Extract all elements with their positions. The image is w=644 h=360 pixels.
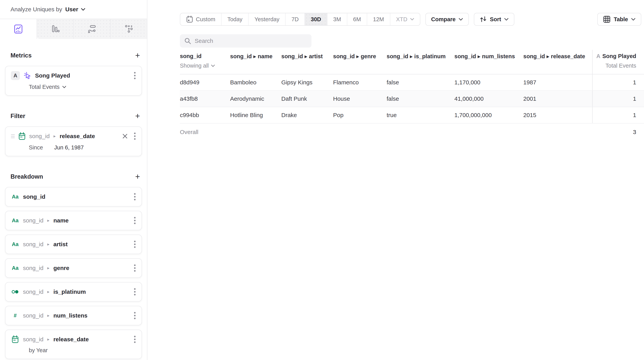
- kebab-icon: [134, 288, 136, 296]
- date-range-30d-active[interactable]: 30D: [305, 13, 327, 25]
- breakdown-property-name: num_listens: [53, 312, 88, 319]
- column-header-is-platinum[interactable]: song_id ▸ is_platinum: [387, 50, 454, 74]
- filter-property-name: release_date: [60, 133, 95, 140]
- entity-selector[interactable]: User: [65, 6, 85, 13]
- table-row[interactable]: d8d949 Bamboleo Gipsy Kings Flamenco fal…: [180, 74, 644, 91]
- breakdown-property-name: is_platinum: [53, 288, 86, 295]
- table-cell: Bamboleo: [230, 74, 281, 90]
- breakdown-property-name: name: [53, 217, 68, 224]
- app-root: Analyze Uniques by User: [0, 0, 644, 360]
- table-cell: d8d949: [180, 74, 230, 90]
- kebab-icon: [134, 240, 136, 248]
- tab-flows[interactable]: [74, 19, 110, 39]
- breakdown-property-parent: song_id: [23, 265, 44, 271]
- chevron-down-icon: [62, 86, 66, 89]
- breakdown-item-artist[interactable]: Aa song_id ▸ artist: [5, 235, 142, 254]
- tab-insights[interactable]: [0, 19, 36, 39]
- view-type-label: Table: [614, 16, 628, 23]
- date-range-3m[interactable]: 3M: [328, 13, 347, 25]
- breakdown-item-name[interactable]: Aa song_id ▸ name: [5, 211, 142, 230]
- column-header-release-date[interactable]: song_id ▸ release_date: [523, 50, 592, 74]
- breakdown-kebab-menu[interactable]: [134, 335, 136, 343]
- insights-chart-icon: [14, 24, 22, 34]
- funnels-bars-icon: [51, 25, 60, 34]
- add-breakdown-button[interactable]: +: [134, 173, 141, 181]
- chevron-down-icon: [410, 18, 414, 21]
- breakdown-item-release-date[interactable]: song_id ▸ release_date by Year: [5, 330, 142, 359]
- table-cell: Daft Punk: [281, 91, 333, 107]
- kebab-icon: [134, 217, 136, 224]
- metric-kebab-menu[interactable]: [134, 72, 136, 80]
- retention-dots-icon: [124, 25, 133, 34]
- table-row[interactable]: c994bb Hotline Bling Drake Pop true 1,70…: [180, 107, 644, 124]
- kebab-icon: [134, 312, 136, 319]
- aggregation-selector[interactable]: Total Events: [11, 84, 136, 90]
- kebab-icon: [134, 335, 136, 343]
- report-type-tabs: [0, 19, 147, 39]
- breakdown-item-num-listens[interactable]: # song_id ▸ num_listens: [5, 306, 142, 325]
- showing-all-selector[interactable]: Showing all: [180, 63, 230, 69]
- sidebar-header: Analyze Uniques by User: [0, 0, 147, 19]
- add-filter-button[interactable]: +: [134, 112, 141, 120]
- breakdown-kebab-menu[interactable]: [134, 193, 136, 201]
- table-row[interactable]: a43fb8 Aerodynamic Daft Punk House false…: [180, 91, 644, 107]
- table-grid-icon: [603, 16, 610, 23]
- table-search[interactable]: [180, 34, 312, 48]
- drag-handle-icon[interactable]: [11, 134, 15, 138]
- chevron-down-icon: [631, 18, 636, 21]
- breakdown-item-genre[interactable]: Aa song_id ▸ genre: [5, 258, 142, 278]
- column-header-name[interactable]: song_id ▸ name: [230, 50, 281, 74]
- column-header-num-listens[interactable]: song_id ▸ num_listens: [454, 50, 523, 74]
- metric-series-badge: A: [11, 71, 20, 80]
- table-cell: Hotline Bling: [230, 107, 281, 123]
- filter-condition[interactable]: Since Jun 6, 1987: [11, 144, 136, 151]
- date-range-6m[interactable]: 6M: [347, 13, 367, 25]
- table-cell: c994bb: [180, 107, 230, 123]
- date-range-12m[interactable]: 12M: [367, 13, 390, 25]
- breakdown-item-song-id[interactable]: Aa song_id: [5, 187, 142, 206]
- filter-kebab-menu[interactable]: [134, 132, 136, 140]
- breakdown-kebab-menu[interactable]: [134, 264, 136, 272]
- date-range-yesterday[interactable]: Yesterday: [248, 13, 286, 25]
- breakdown-property-name: genre: [53, 265, 69, 271]
- view-type-button[interactable]: Table: [597, 13, 641, 26]
- column-header-song-id[interactable]: song_id Showing all: [180, 50, 230, 74]
- date-range-xtd[interactable]: XTD: [390, 13, 420, 25]
- metric-column-label: Song Played: [602, 53, 636, 59]
- date-range-custom[interactable]: Custom: [180, 13, 222, 25]
- text-type-icon: Aa: [11, 218, 20, 224]
- date-range-label: 12M: [373, 16, 384, 23]
- column-header-artist[interactable]: song_id ▸ artist: [281, 50, 333, 74]
- search-input[interactable]: [195, 38, 307, 44]
- date-range-7d[interactable]: 7D: [286, 13, 305, 25]
- report-main: Custom Today Yesterday 7D 30D 3M 6M 12M …: [147, 0, 644, 360]
- filter-card[interactable]: song_id ▸ release_date Since Jun 6, 1987: [5, 126, 142, 156]
- compare-label: Compare: [431, 16, 456, 23]
- compare-button[interactable]: Compare: [425, 13, 469, 26]
- metric-card[interactable]: A Song Played Total Events: [5, 66, 142, 96]
- remove-filter-button[interactable]: [122, 133, 128, 139]
- arrow-separator-icon: ▸: [47, 313, 50, 318]
- date-range-today[interactable]: Today: [222, 13, 248, 25]
- column-header-metric[interactable]: A Song Played Total Events: [592, 50, 644, 74]
- query-builder-sidebar: Analyze Uniques by User: [0, 0, 147, 360]
- breakdown-kebab-menu[interactable]: [134, 217, 136, 224]
- tab-retention[interactable]: [110, 19, 147, 39]
- add-metric-button[interactable]: +: [134, 52, 141, 60]
- date-range-label: Custom: [196, 16, 215, 23]
- table-cell: 41,000,000: [454, 91, 523, 107]
- breakdown-kebab-menu[interactable]: [134, 312, 136, 319]
- breakdown-item-is-platinum[interactable]: song_id ▸ is_platinum: [5, 282, 142, 301]
- search-icon: [184, 38, 191, 45]
- breakdown-property-parent: song_id: [23, 336, 44, 343]
- breakdown-bucketing[interactable]: by Year: [11, 347, 136, 353]
- overall-row: Overall 3: [180, 124, 644, 141]
- metric-series-prefix: A: [596, 53, 600, 59]
- column-header-genre[interactable]: song_id ▸ genre: [333, 50, 387, 74]
- breakdown-kebab-menu[interactable]: [134, 288, 136, 296]
- tab-funnels[interactable]: [36, 19, 74, 39]
- boolean-type-icon: [11, 289, 20, 294]
- sort-button[interactable]: Sort: [474, 13, 514, 26]
- date-range-label: 7D: [292, 16, 299, 23]
- breakdown-kebab-menu[interactable]: [134, 240, 136, 248]
